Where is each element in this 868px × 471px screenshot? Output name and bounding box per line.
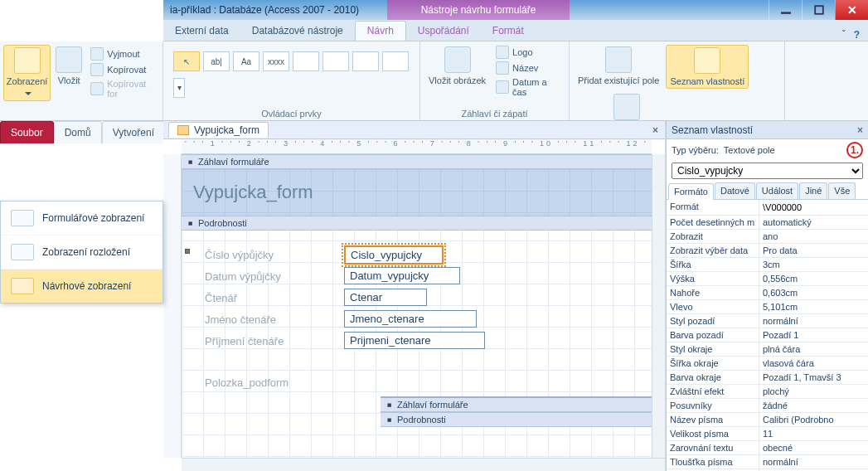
property-row[interactable]: Zobrazitano xyxy=(667,230,868,244)
view-layout[interactable]: Zobrazení rozložení xyxy=(1,236,162,269)
design-canvas[interactable]: ◆ Záhlaví formuláře Vypujcka_form ◆ Podr… xyxy=(182,154,652,458)
property-value-input[interactable] xyxy=(763,202,868,212)
paste-button[interactable]: Vložit xyxy=(52,45,85,87)
label-subform[interactable]: Polozka_podform xyxy=(205,376,289,389)
tab-usporadani[interactable]: Uspořádání xyxy=(406,22,481,41)
property-row[interactable]: Vlevo5,101cm xyxy=(667,300,868,314)
detail-area[interactable]: Číslo výpůjčky Datum výpůjčky Čtenář Jmé… xyxy=(182,231,652,396)
property-value[interactable]: normální xyxy=(759,455,868,469)
selection-handle[interactable] xyxy=(185,249,190,254)
field-jmeno[interactable]: Jmeno_ctenare xyxy=(344,310,477,328)
property-value[interactable]: 11 xyxy=(759,427,868,440)
property-sheet-button[interactable]: Seznam vlastností xyxy=(666,45,749,89)
ptab-other[interactable]: Jiné xyxy=(799,182,827,199)
ribbon-minimize-icon[interactable]: ˇ xyxy=(842,29,846,41)
property-value[interactable]: 3cm xyxy=(759,258,868,271)
minimize-button[interactable] xyxy=(769,0,802,20)
property-sheet-close[interactable]: × xyxy=(857,124,863,136)
insert-image-button[interactable]: Vložit obrázek xyxy=(425,45,489,87)
tab-domu[interactable]: Domů xyxy=(54,121,102,143)
property-value[interactable]: ▾ xyxy=(759,200,868,215)
control-label[interactable]: Aa xyxy=(233,51,259,71)
property-grid[interactable]: Formát▾Počet desetinných mautomatickýZob… xyxy=(667,200,868,471)
property-value[interactable]: obecné xyxy=(759,441,868,454)
detail-bar[interactable]: ◆ Podrobnosti xyxy=(182,216,652,231)
tab-databazove-nastroje[interactable]: Databázové nástroje xyxy=(240,22,355,41)
control-textbox[interactable]: ab| xyxy=(203,51,230,71)
control-tab[interactable] xyxy=(293,51,319,71)
close-button[interactable]: ✕ xyxy=(835,0,868,20)
doc-tab-vypujcka[interactable]: Vypujcka_form xyxy=(168,122,269,138)
property-row[interactable]: Styl okrajeplná čára xyxy=(667,342,868,357)
property-row[interactable]: Barva okrajePozadí 1, Tmavší 3 xyxy=(667,371,868,385)
format-painter-button[interactable]: Kopírovat for xyxy=(87,78,159,100)
property-value[interactable]: Pro data xyxy=(759,244,868,257)
ptab-format[interactable]: Formáto xyxy=(668,183,714,200)
field-cislo[interactable]: Cislo_vypujcky xyxy=(344,245,444,265)
field-ctenar[interactable]: Ctenar xyxy=(344,289,427,306)
title-button[interactable]: Název xyxy=(492,61,564,75)
object-selector[interactable]: Cislo_vypujcky xyxy=(672,163,863,179)
tab-vytvoreni[interactable]: Vytvoření xyxy=(102,121,165,143)
label-cislo[interactable]: Číslo výpůjčky xyxy=(205,249,274,261)
add-fields-button[interactable]: Přidat existující pole xyxy=(575,45,662,87)
property-row[interactable]: Zobrazit výběr dataPro data xyxy=(667,244,868,258)
property-value[interactable]: žádné xyxy=(759,399,868,412)
property-value[interactable]: normální xyxy=(759,314,868,328)
property-value[interactable]: ano xyxy=(759,230,868,243)
property-row[interactable]: Název písmaCalibri (Podrobno xyxy=(667,413,868,427)
horizontal-scrollbar[interactable] xyxy=(182,458,665,471)
label-ctenar[interactable]: Čtenář xyxy=(205,292,237,304)
property-row[interactable]: Šířka okrajevlasová čára xyxy=(667,357,868,371)
property-value[interactable]: automatický xyxy=(759,216,868,229)
property-row[interactable]: Zarovnání textuobecné xyxy=(667,441,868,455)
property-row[interactable]: Posuvníkyžádné xyxy=(667,399,868,413)
vertical-scrollbar[interactable] xyxy=(652,154,665,458)
datetime-button[interactable]: Datum a čas xyxy=(492,76,564,98)
subform-detail-bar[interactable]: ◆ Podrobnosti xyxy=(381,412,652,427)
cut-button[interactable]: Vyjmout xyxy=(87,46,159,61)
logo-button[interactable]: Logo xyxy=(492,45,564,60)
property-row[interactable]: Styl pozadínormální xyxy=(667,314,868,328)
property-row[interactable]: Tloušťka písmanormální xyxy=(667,455,868,469)
subform-header-bar[interactable]: ◆ Záhlaví formuláře xyxy=(381,396,652,412)
help-icon[interactable]: ? xyxy=(854,29,860,41)
view-design[interactable]: Návrhové zobrazení xyxy=(1,269,162,303)
form-title-label[interactable]: Vypujcka_form xyxy=(193,182,313,203)
view-form[interactable]: Formulářové zobrazení xyxy=(1,202,162,236)
control-pointer[interactable]: ↖ xyxy=(173,51,200,71)
control-button[interactable]: xxxx xyxy=(263,51,289,71)
property-row[interactable]: Šířka3cm xyxy=(667,258,868,272)
property-row[interactable]: Barva pozadíPozadí 1 xyxy=(667,328,868,342)
property-row[interactable]: Výška0,556cm xyxy=(667,272,868,286)
property-row[interactable]: Velikost písma11 xyxy=(667,427,868,441)
control-link[interactable] xyxy=(322,51,349,71)
property-value[interactable]: Calibri (Podrobno xyxy=(759,413,868,426)
property-row[interactable]: Počet desetinných mautomatický xyxy=(667,216,868,230)
tab-soubor[interactable]: Soubor xyxy=(0,121,54,143)
property-value[interactable]: 0,556cm xyxy=(759,272,868,285)
property-value[interactable]: plochý xyxy=(759,385,868,398)
form-header-bar[interactable]: ◆ Záhlaví formuláře xyxy=(182,154,652,169)
maximize-button[interactable] xyxy=(802,0,835,20)
property-value[interactable]: Pozadí 1 xyxy=(759,328,868,342)
ptab-data[interactable]: Datové xyxy=(715,182,755,199)
control-nav[interactable] xyxy=(382,51,409,71)
view-button[interactable]: Zobrazení xyxy=(3,45,51,101)
label-datum[interactable]: Datum výpůjčky xyxy=(205,270,281,283)
label-jmeno[interactable]: Jméno čtenáře xyxy=(205,313,276,326)
property-value[interactable]: plná čára xyxy=(759,342,868,356)
label-prijmeni[interactable]: Příjmení čtenáře xyxy=(205,335,284,347)
tab-externi-data[interactable]: Externí data xyxy=(163,22,240,41)
property-row[interactable]: Zvláštní efektplochý xyxy=(667,385,868,399)
control-web[interactable] xyxy=(352,51,379,71)
copy-button[interactable]: Kopírovat xyxy=(87,62,159,77)
property-row[interactable]: Formát▾ xyxy=(667,200,868,216)
tab-format[interactable]: Formát xyxy=(481,22,536,41)
doc-tab-close[interactable]: × xyxy=(652,124,665,136)
ptab-event[interactable]: Událost xyxy=(756,182,798,199)
field-prijmeni[interactable]: Prijmeni_ctenare xyxy=(344,332,485,349)
property-value[interactable]: vlasová čára xyxy=(759,357,868,370)
field-datum[interactable]: Datum_vypujcky xyxy=(344,267,460,284)
property-row[interactable]: Nahoře0,603cm xyxy=(667,286,868,300)
